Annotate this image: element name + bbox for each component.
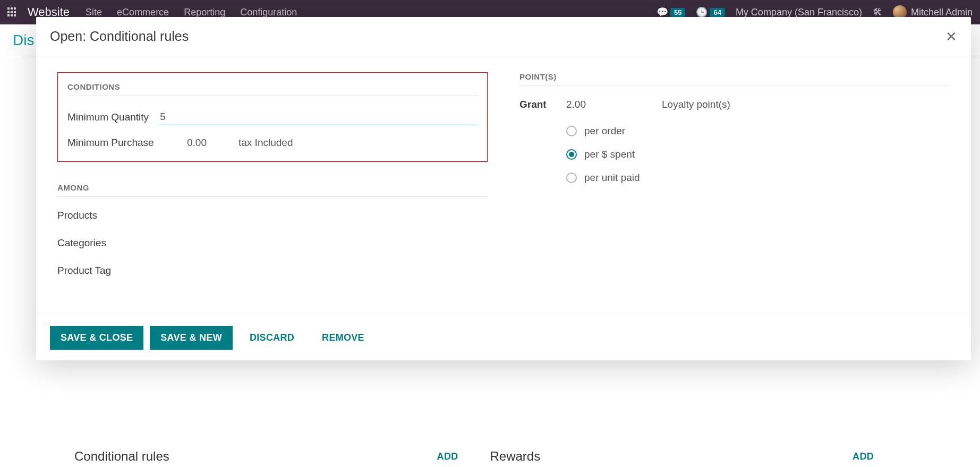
conditions-highlight-box: CONDITIONS Minimum Quantity Minimum Purc… [57,72,488,162]
radio-icon [566,149,577,160]
grant-label: Grant [519,99,566,110]
messages-badge: 55 [670,8,685,17]
min-purchase-value[interactable]: 0.00 [187,137,207,149]
radio-per-spent[interactable]: per $ spent [566,149,950,160]
points-heading: POINT(S) [519,72,950,86]
breadcrumb-fragment: Dis [13,32,34,49]
apps-icon[interactable] [7,7,17,17]
company-switcher[interactable]: My Company (San Francisco) [736,7,862,18]
clock-icon: 🕒 [696,6,708,18]
discard-button[interactable]: DISCARD [239,326,305,350]
bg-add-rule-link[interactable]: ADD [437,451,458,462]
nav-configuration[interactable]: Configuration [240,7,297,18]
products-label: Products [57,210,177,221]
radio-per-unit-label: per unit paid [584,172,640,184]
radio-per-order[interactable]: per order [566,125,950,137]
radio-per-order-label: per order [584,125,625,137]
min-purchase-label: Minimum Purchase [67,137,187,149]
dialog-title: Open: Conditional rules [50,29,189,44]
dialog-header: Open: Conditional rules ✕ [36,17,971,56]
close-icon[interactable]: ✕ [945,30,957,44]
save-new-button[interactable]: SAVE & NEW [150,326,233,350]
grant-unit: Loyalty point(s) [662,99,730,110]
among-heading: AMONG [57,183,488,197]
dialog-footer: SAVE & CLOSE SAVE & NEW DISCARD REMOVE [36,314,971,355]
activities-indicator[interactable]: 🕒 64 [696,6,725,18]
user-name: Mitchell Admin [911,7,973,18]
radio-icon [566,126,577,136]
radio-per-spent-label: per $ spent [584,149,635,160]
wrench-icon[interactable]: 🛠 [873,7,882,18]
conditions-heading: CONDITIONS [67,82,478,96]
bg-conditional-rules-title: Conditional rules [74,449,169,464]
activities-badge: 64 [710,8,725,17]
min-qty-label: Minimum Quantity [67,111,160,123]
nav-site[interactable]: Site [86,7,102,18]
categories-label: Categories [57,237,177,249]
bg-add-reward-link[interactable]: ADD [853,451,874,462]
radio-per-unit[interactable]: per unit paid [566,172,950,184]
chat-icon: 💬 [657,6,668,18]
product-tag-label: Product Tag [57,265,177,276]
grant-mode-radio-group: per order per $ spent per unit paid [566,125,950,184]
conditional-rules-dialog: Open: Conditional rules ✕ CONDITIONS Min… [36,17,971,360]
grant-value[interactable]: 2.00 [566,99,662,110]
messages-indicator[interactable]: 💬 55 [657,6,685,18]
remove-button[interactable]: REMOVE [311,326,375,350]
nav-reporting[interactable]: Reporting [184,7,225,18]
min-qty-input[interactable] [160,109,478,125]
save-close-button[interactable]: SAVE & CLOSE [50,326,143,350]
bg-rewards-title: Rewards [490,449,541,464]
radio-icon [566,172,577,183]
tax-included-label[interactable]: tax Included [238,137,293,149]
nav-ecommerce[interactable]: eCommerce [117,7,169,18]
